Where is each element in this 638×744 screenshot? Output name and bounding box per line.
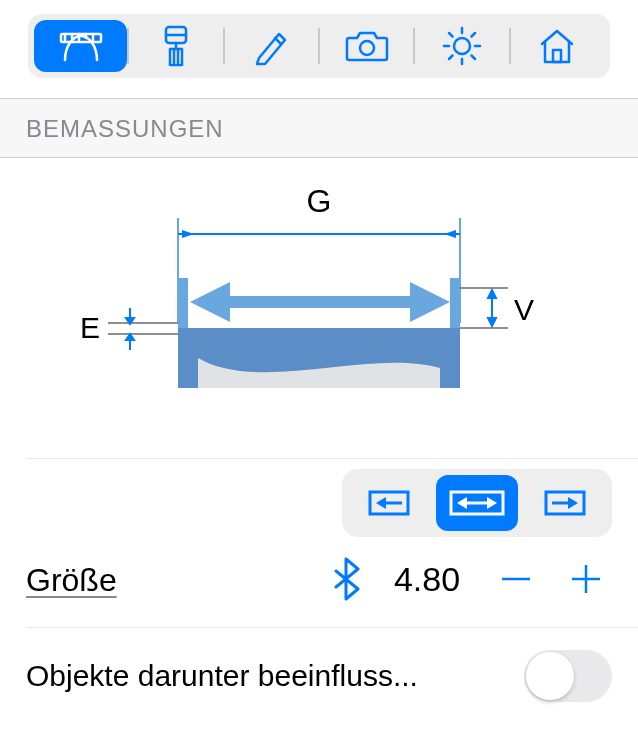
toolbar [28, 14, 610, 78]
size-value-line: 4.80 [330, 555, 612, 603]
svg-rect-15 [450, 278, 460, 328]
alignment-segmented-control [342, 469, 612, 537]
align-center-icon [447, 488, 507, 518]
align-right-option[interactable] [524, 475, 606, 531]
diagram-label-g: G [307, 183, 332, 219]
plus-icon [566, 559, 606, 599]
svg-marker-26 [488, 318, 496, 326]
svg-rect-14 [178, 278, 188, 328]
decrease-button[interactable] [492, 555, 540, 603]
camera-tool[interactable] [320, 20, 413, 72]
svg-marker-8 [182, 230, 194, 238]
brush-icon [156, 25, 196, 67]
dimensions-tool[interactable] [34, 20, 127, 72]
pencil-icon [251, 26, 291, 66]
size-label: Größe [26, 562, 117, 603]
light-tool[interactable] [415, 20, 508, 72]
align-left-option[interactable] [348, 475, 430, 531]
svg-point-3 [454, 38, 470, 54]
svg-rect-10 [220, 296, 420, 308]
svg-marker-25 [488, 290, 496, 298]
affect-objects-row: Objekte darunter beeinfluss... [0, 628, 638, 712]
size-row: Größe [0, 459, 638, 627]
svg-marker-32 [457, 497, 467, 509]
toggle-knob [526, 652, 574, 700]
dimensions-diagram: G E V [0, 158, 638, 458]
svg-marker-36 [568, 497, 578, 509]
section-header: BEMASSUNGEN [0, 98, 638, 158]
svg-rect-0 [61, 34, 101, 42]
svg-marker-9 [444, 230, 456, 238]
svg-marker-29 [376, 497, 386, 509]
svg-marker-12 [410, 282, 450, 322]
svg-marker-21 [126, 334, 134, 340]
increase-button[interactable] [562, 555, 610, 603]
align-left-icon [366, 488, 412, 518]
align-right-icon [542, 488, 588, 518]
align-center-option[interactable] [436, 475, 518, 531]
home-tool[interactable] [511, 20, 604, 72]
svg-point-2 [360, 41, 374, 55]
bluetooth-icon [330, 557, 362, 601]
svg-marker-33 [487, 497, 497, 509]
diagram-label-e: E [80, 311, 100, 344]
edit-tool[interactable] [225, 20, 318, 72]
svg-marker-11 [190, 282, 230, 322]
affect-objects-toggle[interactable] [524, 650, 612, 702]
size-value[interactable]: 4.80 [384, 560, 470, 599]
diagram-label-v: V [514, 293, 534, 326]
style-tool[interactable] [129, 20, 222, 72]
camera-icon [345, 28, 389, 64]
svg-rect-4 [553, 50, 561, 62]
top-toolbar [0, 0, 638, 98]
sun-icon [441, 25, 483, 67]
measure-icon [55, 26, 107, 66]
section-title: BEMASSUNGEN [26, 115, 224, 142]
minus-icon [496, 559, 536, 599]
house-icon [536, 26, 578, 66]
affect-objects-label: Objekte darunter beeinfluss... [26, 659, 508, 693]
